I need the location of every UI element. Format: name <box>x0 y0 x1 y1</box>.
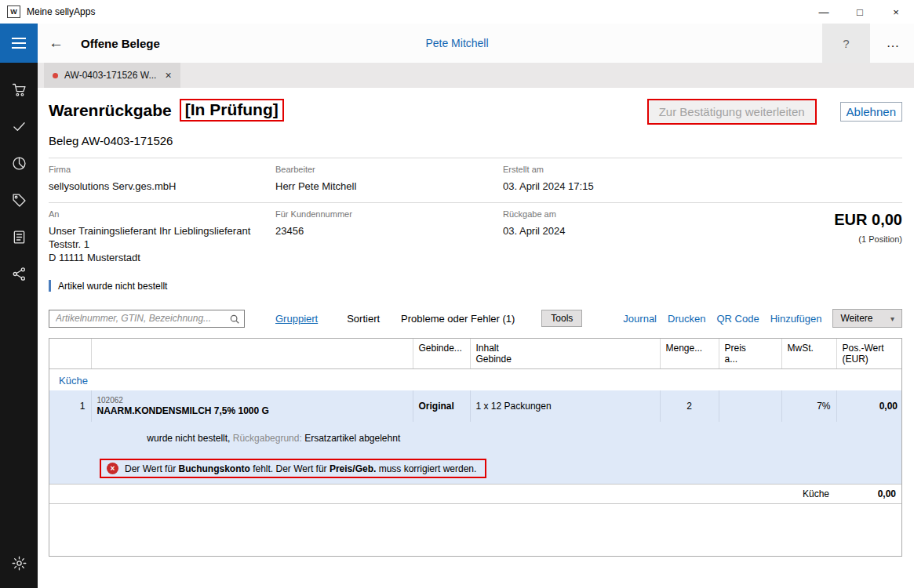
an-label: An <box>49 209 275 219</box>
summary-total: 0,00 <box>836 485 902 504</box>
document-view: Warenrückgabe [In Prüfung] Zur Bestätigu… <box>38 88 914 557</box>
sidebar-item-share[interactable] <box>0 257 38 294</box>
kundennummer-label: Für Kundennummer <box>275 209 503 219</box>
table-row[interactable]: 1 102062 NAARM.KONDENSMILCH 7,5% 1000 G … <box>49 390 902 422</box>
cell-preis[interactable] <box>719 390 781 422</box>
col-header-pos-wert[interactable]: Pos.-Wert (EUR) <box>836 339 902 369</box>
validation-error-message: × Der Wert für Buchungskonto fehlt. Der … <box>100 459 486 478</box>
sidebar-item-cart[interactable] <box>0 73 38 110</box>
erstellt-am-label: Erstellt am <box>503 165 738 174</box>
position-count: (1 Position) <box>738 234 902 244</box>
back-button[interactable]: ← <box>49 24 64 63</box>
col-header-inhalt-gebinde[interactable]: Inhalt Gebinde <box>470 339 660 369</box>
titlebar: W Meine sellyApps — □ × <box>0 0 914 24</box>
an-value: Unser Trainingslieferant Ihr Lieblingsli… <box>49 224 275 264</box>
checkmark-icon <box>11 118 27 138</box>
tab-document[interactable]: AW-0403-171526 W... × <box>44 63 180 88</box>
maximize-button[interactable]: □ <box>842 0 878 24</box>
rueckgabe-am-label: Rückgabe am <box>503 209 738 219</box>
cell-inhalt-gebinde: 1 x 12 Packungen <box>470 390 660 422</box>
firma-label: Firma <box>49 165 275 174</box>
row-error: × Der Wert für Buchungskonto fehlt. Der … <box>49 457 902 485</box>
col-header-gebinde[interactable]: Gebinde... <box>413 339 470 369</box>
total-amount: EUR 0,00 <box>738 211 902 229</box>
minimize-button[interactable]: — <box>806 0 842 24</box>
row-note: wurde nicht bestellt, Rückgabegrund: Ers… <box>49 422 902 457</box>
window-title: Meine sellyApps <box>27 6 95 17</box>
document-title: Warenrückgabe <box>49 101 172 120</box>
tab-label: AW-0403-171526 W... <box>64 70 156 81</box>
sidebar-item-catalog[interactable] <box>0 220 38 257</box>
gear-icon <box>11 555 27 575</box>
cell-position: 1 <box>49 390 91 422</box>
firma-value: sellysolutions Serv.ges.mbH <box>49 180 275 193</box>
group-header-row: Küche <box>49 369 902 391</box>
filter-sortiert[interactable]: Sortiert <box>347 313 380 325</box>
note-text: wurde nicht bestellt, <box>147 433 232 444</box>
cell-pos-wert: 0,00 <box>836 390 902 422</box>
drucken-link[interactable]: Drucken <box>668 313 705 325</box>
app-logo-icon: W <box>7 5 20 18</box>
app-window: W Meine sellyApps — □ × ← Offene Belege … <box>0 0 914 588</box>
price-tag-icon <box>11 192 27 212</box>
tools-button[interactable]: Tools <box>541 310 582 327</box>
filter-gruppiert[interactable]: Gruppiert <box>275 313 318 325</box>
table-header-row: Gebinde... Inhalt Gebinde Menge... Preis… <box>49 339 902 369</box>
sidebar-item-prices[interactable] <box>0 183 38 220</box>
search-icon[interactable] <box>229 314 240 327</box>
article-number: 102062 <box>97 396 407 405</box>
more-options-button[interactable]: … <box>875 24 911 63</box>
weitere-dropdown[interactable]: Weitere ▾ <box>832 309 902 328</box>
col-header-preis[interactable]: Preis a... <box>719 339 781 369</box>
search-input[interactable] <box>49 310 245 328</box>
sidebar-item-tasks[interactable] <box>0 110 38 147</box>
note-reason-value: Ersatzartikel abgelehnt <box>304 433 400 444</box>
content-area: AW-0403-171526 W... × Warenrückgabe [In … <box>38 63 914 588</box>
sidebar-item-statistics[interactable] <box>0 147 38 183</box>
unsaved-indicator-icon <box>53 73 58 78</box>
document-number: Beleg AW-0403-171526 <box>49 134 902 147</box>
bearbeiter-label: Bearbeiter <box>275 165 503 174</box>
sidebar <box>0 63 38 588</box>
cell-mwst: 7% <box>781 390 836 422</box>
shopping-cart-icon <box>11 82 27 101</box>
hint-bar-icon <box>49 280 51 292</box>
user-name[interactable]: Pete Mitchell <box>425 24 488 63</box>
close-window-button[interactable]: × <box>878 0 914 24</box>
items-grid: Gebinde... Inhalt Gebinde Menge... Preis… <box>49 338 902 557</box>
document-info: Firma sellysolutions Serv.ges.mbH Bearbe… <box>49 158 902 274</box>
tab-close-icon[interactable]: × <box>165 69 171 82</box>
col-header-menge[interactable]: Menge... <box>660 339 719 369</box>
error-icon: × <box>107 463 118 474</box>
hamburger-menu-icon[interactable] <box>0 24 38 63</box>
journal-link[interactable]: Journal <box>623 313 657 325</box>
summary-group-label: Küche <box>49 485 836 504</box>
col-header-mwst[interactable]: MwSt. <box>781 339 836 369</box>
col-header-article[interactable] <box>91 339 413 369</box>
cell-gebinde[interactable]: Original <box>413 390 470 422</box>
cell-article: 102062 NAARM.KONDENSMILCH 7,5% 1000 G <box>91 390 413 422</box>
forward-for-approval-button[interactable]: Zur Bestätigung weiterleiten <box>647 99 817 125</box>
group-summary-row: Küche 0,00 <box>49 485 902 504</box>
sidebar-item-settings[interactable] <box>0 546 38 583</box>
tab-strip: AW-0403-171526 W... × <box>38 63 914 88</box>
help-button[interactable]: ? <box>822 24 870 63</box>
reject-button[interactable]: Ablehnen <box>840 102 902 122</box>
share-network-icon <box>11 266 27 285</box>
col-header-position[interactable] <box>49 339 91 369</box>
chevron-down-icon: ▾ <box>890 314 894 323</box>
article-name: NAARM.KONDENSMILCH 7,5% 1000 G <box>97 405 407 416</box>
note-reason-label: Rückgabegrund: <box>233 433 304 444</box>
rueckgabe-am-value: 03. April 2024 <box>503 224 738 238</box>
hint-text: Artikel wurde nicht bestellt <box>58 281 167 292</box>
erstellt-am-value: 03. April 2024 17:15 <box>503 180 738 193</box>
pie-chart-icon <box>11 155 27 175</box>
cell-menge[interactable]: 2 <box>660 390 719 422</box>
bearbeiter-value: Herr Pete Mitchell <box>275 180 503 193</box>
qr-code-link[interactable]: QR Code <box>716 313 759 325</box>
app-header: ← Offene Belege Pete Mitchell ? … <box>0 24 914 63</box>
item-toolbar: Gruppiert Sortiert Probleme oder Fehler … <box>49 309 902 328</box>
filter-probleme[interactable]: Probleme oder Fehler (1) <box>401 313 515 325</box>
hinzufuegen-link[interactable]: Hinzufügen <box>770 313 822 325</box>
group-label[interactable]: Küche <box>49 369 902 391</box>
